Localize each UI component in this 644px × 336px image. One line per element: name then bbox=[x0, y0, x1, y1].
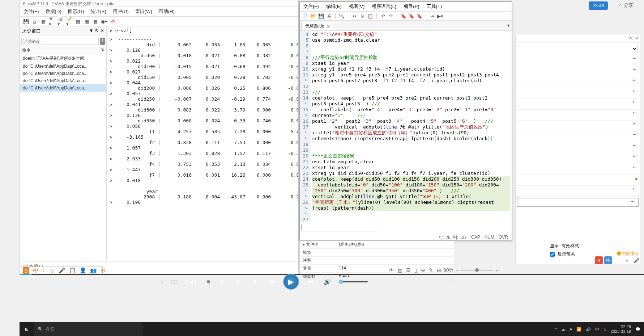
taskbar-clock[interactable]: 22:29 2023-03-19 bbox=[611, 324, 631, 334]
code-lines[interactable]: cd "F:\AAA-重要数据\交稿"use psmdid-zmq.dta,cl… bbox=[311, 31, 512, 222]
stop-button[interactable]: ■ bbox=[250, 277, 260, 287]
enter-icon[interactable]: ↵ bbox=[633, 99, 637, 105]
prev-button[interactable]: ⏮ bbox=[266, 277, 277, 287]
do-tab[interactable]: 无标题.do ✕ bbox=[301, 22, 334, 30]
outline-icon[interactable]: ☰ bbox=[406, 267, 411, 273]
read-icon[interactable]: ▯ bbox=[414, 267, 417, 273]
bookmark-prev-icon[interactable]: 🔖 bbox=[408, 13, 415, 19]
tab-dropdown-icon[interactable]: ▾ bbox=[505, 22, 512, 30]
do-menu-file[interactable]: 文件(F) bbox=[303, 3, 319, 10]
enter-icon[interactable]: ↵ bbox=[633, 77, 637, 83]
save-icon[interactable]: 💾 bbox=[23, 18, 29, 25]
undo-icon[interactable]: ↶ bbox=[380, 13, 386, 19]
do-menu-lang[interactable]: 程序语言(L) bbox=[372, 3, 396, 10]
start-button[interactable]: ⊞ bbox=[20, 322, 34, 336]
history-item[interactable]: do "C:\Users\dell\AppData\Loca... bbox=[20, 70, 106, 77]
bookmark-icon[interactable]: 🔖 bbox=[400, 13, 407, 19]
do-menu-tools[interactable]: 工具(T) bbox=[427, 3, 442, 10]
volume-button[interactable]: 🔊 bbox=[322, 277, 332, 287]
zoom-control[interactable]: ⊟ 90% − + bbox=[437, 267, 498, 273]
col-rc[interactable]: _rc bbox=[93, 47, 104, 53]
doedit-icon[interactable]: 📝▾ bbox=[66, 18, 73, 25]
menu-stat[interactable]: 统计(S) bbox=[90, 8, 106, 15]
volume-slider[interactable] bbox=[339, 281, 368, 282]
copy-icon[interactable]: ⎘ bbox=[359, 13, 366, 19]
cut-icon[interactable]: ✂ bbox=[351, 13, 358, 19]
play-button[interactable]: ▶ bbox=[283, 274, 299, 290]
indent-icon[interactable]: ⇥ bbox=[429, 13, 435, 19]
do-menu-view[interactable]: 视图(V) bbox=[349, 3, 364, 10]
enter-icon[interactable]: ↵ bbox=[633, 66, 637, 72]
right-select[interactable] bbox=[518, 45, 638, 53]
results-body[interactable]: > ------------ did | 0.062 0.033 1.85 0.… bbox=[107, 35, 298, 261]
graph-icon[interactable]: 📊▾ bbox=[57, 18, 64, 25]
ime-s-icon[interactable]: S bbox=[595, 256, 603, 264]
enter-icon[interactable]: ↵ bbox=[633, 131, 637, 137]
paste-icon[interactable]: 📋 bbox=[367, 13, 374, 19]
menu-data[interactable]: 数据(D) bbox=[46, 8, 61, 15]
tray-s-icon[interactable]: S bbox=[604, 327, 606, 331]
next-button[interactable]: ⏭ bbox=[306, 277, 316, 287]
smart-layout-button[interactable]: 🔶智能排版 bbox=[616, 251, 639, 257]
taskbar-search[interactable]: 🔍 bbox=[34, 322, 142, 336]
enter-icon[interactable]: ↵ bbox=[633, 153, 637, 159]
cortana-icon[interactable]: ○ bbox=[159, 278, 163, 286]
enter-icon[interactable]: ↵ bbox=[633, 186, 637, 192]
tray-cn-icon[interactable]: 中 bbox=[595, 327, 599, 332]
tray-a-icon[interactable]: A bbox=[570, 327, 572, 331]
open-icon[interactable]: 📂 bbox=[310, 13, 316, 19]
dock-users-icon[interactable]: 👥 bbox=[90, 267, 97, 274]
new-icon[interactable]: 📄 bbox=[302, 13, 308, 19]
dock-cn-icon[interactable]: 中 bbox=[33, 267, 38, 274]
tray-vol-icon[interactable]: 🔊 bbox=[586, 327, 591, 332]
save-icon[interactable]: 💾 bbox=[318, 13, 324, 19]
ime-comma-icon[interactable]: ， bbox=[614, 256, 622, 264]
zoom-out-icon[interactable]: ⊟ bbox=[437, 267, 441, 273]
page-icon[interactable]: ▤ bbox=[398, 267, 402, 273]
history-controls[interactable]: ▼ ⇱ ✕ bbox=[89, 28, 104, 34]
tray-cloud-icon[interactable]: ☁ bbox=[561, 327, 565, 332]
preview-checkbox[interactable] bbox=[550, 252, 555, 257]
variables-icon[interactable]: ▦ bbox=[92, 18, 99, 25]
log-icon[interactable]: ▦ bbox=[40, 18, 47, 25]
text-a-icon[interactable]: a bbox=[635, 176, 637, 181]
close-icon[interactable]: ✕ bbox=[635, 36, 639, 41]
menu-graph[interactable]: 图形(G) bbox=[68, 8, 84, 15]
app-icon[interactable]: ⬢ bbox=[206, 279, 210, 284]
filter-warn-icon[interactable]: ! bbox=[100, 38, 105, 45]
zoom-slider[interactable] bbox=[461, 270, 493, 271]
enter-icon[interactable]: ↵ bbox=[633, 88, 637, 94]
history-item[interactable]: do "C:\Users\dell\AppData\Loca... bbox=[20, 77, 106, 84]
dock-grid-icon[interactable]: ⊞ bbox=[101, 267, 105, 274]
redo-icon[interactable]: ↷ bbox=[388, 13, 394, 19]
share-button[interactable]: ↗ 分享 bbox=[618, 2, 633, 9]
dock-dots-icon[interactable]: ⠇ bbox=[42, 267, 46, 274]
dock-s-icon[interactable]: S bbox=[23, 267, 29, 274]
history-item[interactable]: doedit "F:\AA-录制\空间did-时间... bbox=[20, 54, 106, 63]
print-icon[interactable]: 🖨 bbox=[31, 18, 38, 25]
menu-help[interactable]: 帮助(H) bbox=[159, 8, 175, 15]
data-editor-icon[interactable]: ▦ bbox=[75, 18, 81, 25]
menu-file[interactable]: 文件(F) bbox=[24, 8, 39, 15]
dock-cam-icon[interactable]: 📋 bbox=[69, 267, 76, 274]
break-icon[interactable]: ⊘ bbox=[110, 18, 116, 25]
refresh-icon[interactable]: ⟳ bbox=[233, 277, 243, 287]
find-icon[interactable]: 🔍 bbox=[338, 13, 345, 19]
menu-user[interactable]: 用户(U) bbox=[113, 8, 129, 15]
web-icon[interactable]: ⊕ bbox=[421, 267, 425, 273]
ime-mic-icon[interactable]: 🎤 bbox=[632, 256, 640, 264]
enter-icon[interactable]: ↵ bbox=[633, 110, 637, 116]
ime-cn-icon[interactable]: 中 bbox=[604, 256, 612, 264]
dock-mic-icon[interactable]: 🎤 bbox=[59, 267, 65, 274]
print-icon[interactable]: 🖨 bbox=[326, 13, 332, 19]
notifications-icon[interactable]: 💬 bbox=[635, 327, 640, 332]
draft-icon[interactable]: ✎ bbox=[429, 267, 433, 273]
menu-window[interactable]: 窗口(W) bbox=[135, 8, 152, 15]
more-icon[interactable]: ◉▾ bbox=[101, 18, 107, 25]
do-command-input[interactable] bbox=[301, 224, 377, 231]
taskview-icon[interactable]: ▢▢ bbox=[170, 279, 178, 284]
run-icon[interactable]: ▶▾ bbox=[437, 13, 443, 19]
do-menu-edit[interactable]: 编辑(E) bbox=[326, 3, 342, 10]
do-menu-project[interactable]: 项目(P) bbox=[404, 3, 419, 10]
enter-icon[interactable]: ↵ bbox=[633, 142, 637, 148]
